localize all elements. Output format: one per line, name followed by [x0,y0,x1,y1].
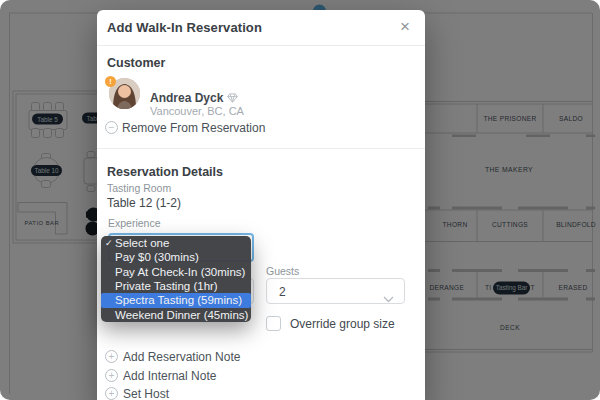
set-host-button[interactable]: +Set Host [105,384,169,400]
guests-value: 2 [279,285,286,299]
override-group-size-label: Override group size [290,317,395,331]
plus-circle-icon: + [105,369,118,382]
customer-location: Vancouver, BC, CA [150,105,244,117]
section-divider [97,148,425,149]
dropdown-option-weekend-dinner[interactable]: Weekend Dinner (45mins) [101,308,251,322]
minus-circle-icon: − [105,121,118,134]
modal-header: Add Walk-In Reservation × [97,10,425,46]
set-host-label: Set Host [123,387,169,400]
remove-from-reservation-button[interactable]: −Remove From Reservation [105,118,265,133]
gem-icon [227,92,238,106]
dropdown-option-spectra-tasting[interactable]: Spectra Tasting (59mins) [101,293,251,307]
modal-title: Add Walk-In Reservation [107,10,262,46]
experience-label: Experience [108,217,161,229]
plus-circle-icon: + [105,387,118,400]
option-label: Weekend Dinner (45mins) [115,309,248,321]
close-icon[interactable]: × [393,15,417,39]
option-label: Spectra Tasting (59mins) [115,294,242,306]
table-assignment: Table 12 (1-2) [107,196,181,210]
experience-dropdown-menu: ✓Select one Pay $0 (30mins) Pay At Check… [101,236,251,322]
guests-label: Guests [266,265,299,277]
alert-badge: ! [105,76,116,87]
dropdown-option-select-one[interactable]: ✓Select one [101,236,251,250]
check-icon: ✓ [105,236,113,250]
add-reservation-note-label: Add Reservation Note [123,350,240,364]
option-label: Select one [115,237,169,249]
option-label: Pay $0 (30mins) [115,251,199,263]
add-reservation-note-button[interactable]: +Add Reservation Note [105,347,240,363]
customer-name: Andrea Dyck [150,91,238,106]
dropdown-option-private-tasting[interactable]: Private Tasting (1hr) [101,279,251,293]
add-internal-note-button[interactable]: +Add Internal Note [105,366,216,382]
reservation-details-heading: Reservation Details [107,165,223,179]
option-label: Pay At Check-In (30mins) [115,266,245,278]
chevron-down-icon [383,289,394,307]
dropdown-option-pay-0[interactable]: Pay $0 (30mins) [101,250,251,264]
customer-name-text: Andrea Dyck [150,91,223,105]
plus-circle-icon: + [105,350,118,363]
override-group-size-checkbox[interactable] [266,316,281,331]
dropdown-option-pay-at-checkin[interactable]: Pay At Check-In (30mins) [101,265,251,279]
add-walkin-reservation-modal: Add Walk-In Reservation × Customer ! And… [97,10,425,400]
guests-select[interactable]: 2 [266,278,405,304]
app-screen: Table 5 Table Table 10 [0,0,600,400]
add-internal-note-label: Add Internal Note [123,369,216,383]
remove-label: Remove From Reservation [122,121,265,135]
room-name: Tasting Room [107,182,171,194]
customer-heading: Customer [107,56,165,70]
option-label: Private Tasting (1hr) [115,280,218,292]
